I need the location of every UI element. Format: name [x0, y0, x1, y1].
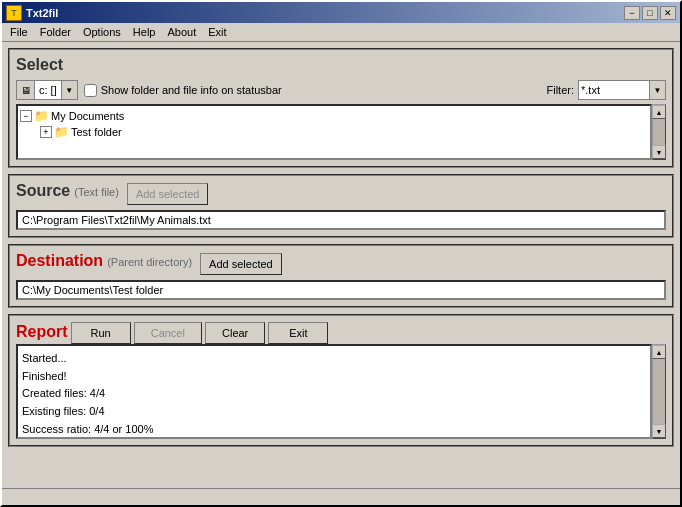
report-title: Report	[16, 323, 68, 340]
main-content: Select 🖥 c: [] ▼ Show folder and file in…	[2, 42, 680, 488]
destination-title: Destination	[16, 252, 103, 270]
main-window: T Txt2fil − □ ✕ File Folder Options Help…	[0, 0, 682, 507]
destination-panel: Destination (Parent directory) Add selec…	[8, 244, 674, 308]
show-info-checkbox-wrap: Show folder and file info on statusbar	[84, 84, 282, 97]
tree-scroll-down[interactable]: ▼	[652, 145, 666, 159]
select-title: Select	[16, 56, 666, 74]
destination-path-input[interactable]	[16, 280, 666, 300]
run-button[interactable]: Run	[71, 322, 131, 344]
title-buttons: − □ ✕	[624, 6, 676, 20]
show-info-label: Show folder and file info on statusbar	[101, 84, 282, 96]
report-line-5: Success ratio: 4/4 or 100%	[22, 421, 646, 439]
drive-icon: 🖥	[17, 81, 35, 99]
minimize-button[interactable]: −	[624, 6, 640, 20]
show-info-checkbox[interactable]	[84, 84, 97, 97]
window-title: Txt2fil	[26, 7, 58, 19]
tree-scroll-track	[653, 119, 665, 145]
drive-selector[interactable]: 🖥 c: [] ▼	[16, 80, 78, 100]
tree-area: − 📁 My Documents + 📁 Test folder	[16, 104, 652, 160]
report-scrollbar: ▲ ▼	[652, 344, 666, 439]
filter-area: Filter: ▼	[547, 80, 667, 100]
title-bar: T Txt2fil − □ ✕	[2, 2, 680, 23]
destination-title-wrap: Destination (Parent directory)	[16, 252, 192, 276]
tree-scrollbar: ▲ ▼	[652, 104, 666, 160]
source-path-input[interactable]	[16, 210, 666, 230]
report-scroll-up[interactable]: ▲	[652, 345, 666, 359]
filter-dropdown-button[interactable]: ▼	[649, 81, 665, 99]
menu-help[interactable]: Help	[127, 24, 162, 40]
report-line-1: Started...	[22, 350, 646, 368]
report-scroll-wrap: Started... Finished! Created files: 4/4 …	[16, 344, 666, 439]
tree-item-testfolder[interactable]: + 📁 Test folder	[40, 124, 648, 140]
report-scroll-track	[653, 359, 665, 424]
select-panel: Select 🖥 c: [] ▼ Show folder and file in…	[8, 48, 674, 168]
menu-about[interactable]: About	[161, 24, 202, 40]
report-panel: Report Run Cancel Clear Exit Started... …	[8, 314, 674, 447]
report-scroll-down[interactable]: ▼	[652, 424, 666, 438]
maximize-button[interactable]: □	[642, 6, 658, 20]
menu-file[interactable]: File	[4, 24, 34, 40]
expand-testfolder[interactable]: +	[40, 126, 52, 138]
select-top-row: 🖥 c: [] ▼ Show folder and file info on s…	[16, 80, 666, 100]
filter-label: Filter:	[547, 84, 575, 96]
filter-combo-wrap[interactable]: ▼	[578, 80, 666, 100]
tree-label-mydocs: My Documents	[51, 110, 124, 122]
source-subtitle: (Text file)	[74, 186, 119, 198]
exit-button[interactable]: Exit	[268, 322, 328, 344]
report-text-area: Started... Finished! Created files: 4/4 …	[16, 344, 652, 439]
filter-input[interactable]	[579, 81, 649, 99]
destination-header-row: Destination (Parent directory) Add selec…	[16, 252, 666, 276]
tree-label-testfolder: Test folder	[71, 126, 122, 138]
status-bar	[2, 488, 680, 505]
app-icon: T	[6, 5, 22, 21]
report-header: Report Run Cancel Clear Exit	[16, 322, 666, 344]
destination-subtitle: (Parent directory)	[107, 256, 192, 268]
source-add-selected-button[interactable]: Add selected	[127, 183, 209, 205]
menu-folder[interactable]: Folder	[34, 24, 77, 40]
menu-options[interactable]: Options	[77, 24, 127, 40]
menu-bar: File Folder Options Help About Exit	[2, 23, 680, 42]
close-button[interactable]: ✕	[660, 6, 676, 20]
cancel-button[interactable]: Cancel	[134, 322, 202, 344]
report-line-2: Finished!	[22, 368, 646, 386]
drive-dropdown-button[interactable]: ▼	[61, 81, 77, 99]
drive-label: c: []	[35, 84, 61, 96]
report-line-3: Created files: 4/4	[22, 385, 646, 403]
clear-button[interactable]: Clear	[205, 322, 265, 344]
tree-item-mydocs[interactable]: − 📁 My Documents	[20, 108, 648, 124]
destination-add-selected-button[interactable]: Add selected	[200, 253, 282, 275]
source-header-row: Source (Text file) Add selected	[16, 182, 666, 206]
source-title-wrap: Source (Text file)	[16, 182, 119, 206]
title-bar-left: T Txt2fil	[6, 5, 58, 21]
expand-mydocs[interactable]: −	[20, 110, 32, 122]
tree-scroll-up[interactable]: ▲	[652, 105, 666, 119]
menu-exit[interactable]: Exit	[202, 24, 232, 40]
source-title: Source	[16, 182, 70, 200]
report-line-4: Existing files: 0/4	[22, 403, 646, 421]
tree-scroll-wrap: − 📁 My Documents + 📁 Test folder ▲ ▼	[16, 104, 666, 160]
source-panel: Source (Text file) Add selected	[8, 174, 674, 238]
